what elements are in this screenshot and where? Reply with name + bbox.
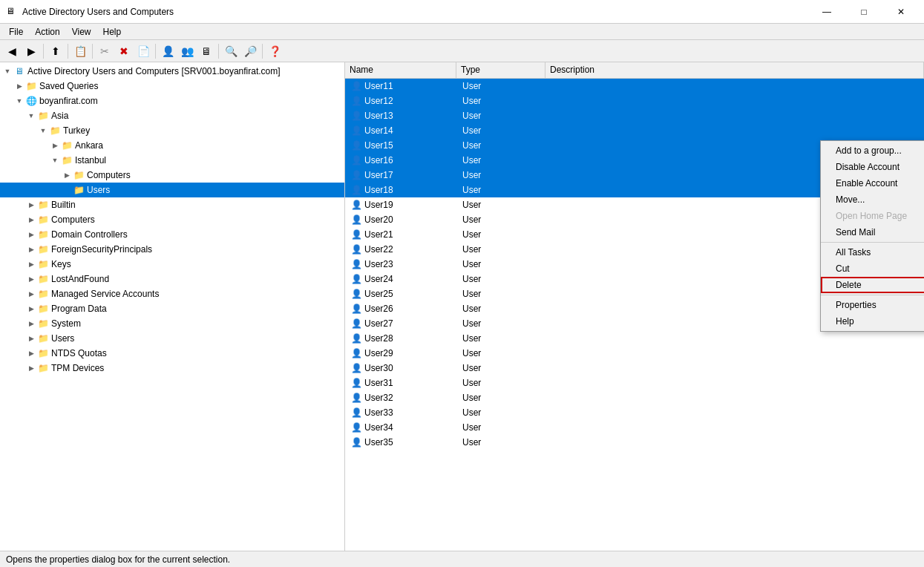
folder-icon-computers2: 📁 <box>37 214 49 226</box>
list-row[interactable]: 👤User33User <box>345 405 924 420</box>
list-row[interactable]: 👤User31User <box>345 376 924 390</box>
title-bar: 🖥 Active Directory Users and Computers —… <box>0 0 924 24</box>
properties-button[interactable]: 📄 <box>134 42 152 60</box>
menu-item-file[interactable]: File <box>3 25 29 39</box>
ctx-item-help[interactable]: Help <box>821 313 924 330</box>
list-row[interactable]: 👤User34User <box>345 420 924 435</box>
expander-laf: ▶ <box>25 273 37 285</box>
toolbar-sep-2 <box>68 44 68 59</box>
tree-item-usersroot[interactable]: ▶ 📁 Users <box>0 331 344 346</box>
list-row[interactable]: 👤User11User <box>345 79 924 94</box>
new-user-button[interactable]: 👤 <box>159 42 177 60</box>
folder-icon-asia: 📁 <box>37 110 49 122</box>
tree-item-boyanfirat[interactable]: ▼ 🌐 boyanfirat.com <box>0 94 344 108</box>
tree-label-laf: LostAndFound <box>51 274 109 284</box>
maximize-button[interactable]: □ <box>847 2 881 22</box>
tree-item-programdata[interactable]: ▶ 📁 Program Data <box>0 301 344 316</box>
main-content: ▼ 🖥 Active Directory Users and Computers… <box>0 62 924 551</box>
show-console-tree-button[interactable]: 📋 <box>71 42 89 60</box>
menu-item-action[interactable]: Action <box>29 25 65 39</box>
up-button[interactable]: ⬆ <box>47 42 65 60</box>
expander-keys: ▶ <box>25 258 37 270</box>
ctx-item-addToGroup[interactable]: Add to a group... <box>821 142 924 159</box>
list-row[interactable]: 👤User12User <box>345 94 924 108</box>
cell-name: 👤User23 <box>347 259 458 269</box>
forward-button[interactable]: ▶ <box>22 42 40 60</box>
back-button[interactable]: ◀ <box>3 42 21 60</box>
find-button[interactable]: 🔎 <box>241 42 259 60</box>
tree-item-asia[interactable]: ▼ 📁 Asia <box>0 108 344 123</box>
ctx-separator <box>821 295 924 295</box>
tree-item-lostandfound[interactable]: ▶ 📁 LostAndFound <box>0 272 344 286</box>
tree-item-keys[interactable]: ▶ 📁 Keys <box>0 257 344 272</box>
ctx-item-cut[interactable]: Cut <box>821 260 924 277</box>
user-icon: 👤 <box>351 318 362 329</box>
expander-istanbul: ▼ <box>49 154 61 166</box>
tree-item-tpmdevices[interactable]: ▶ 📁 TPM Devices <box>0 361 344 376</box>
user-icon: 👤 <box>351 289 362 299</box>
tree-label-keys: Keys <box>51 259 71 269</box>
ctx-item-delete[interactable]: Delete <box>821 277 924 293</box>
user-icon: 👤 <box>351 274 362 284</box>
tree-item-root[interactable]: ▼ 🖥 Active Directory Users and Computers… <box>0 64 344 79</box>
user-icon: 👤 <box>351 229 362 240</box>
ctx-item-move[interactable]: Move... <box>821 191 924 208</box>
list-row[interactable]: 👤User28User <box>345 331 924 346</box>
tree-item-ntds[interactable]: ▶ 📁 NTDS Quotas <box>0 346 344 361</box>
tree-item-savedqueries[interactable]: ▶ 📁 Saved Queries <box>0 79 344 94</box>
close-button[interactable]: ✕ <box>884 2 918 22</box>
tree-item-turkey[interactable]: ▼ 📁 Turkey <box>0 123 344 138</box>
tree-item-istanbul[interactable]: ▼ 📁 Istanbul <box>0 153 344 168</box>
new-group-button[interactable]: 👥 <box>178 42 196 60</box>
list-row[interactable]: 👤User30User <box>345 361 924 376</box>
tree-label-root: Active Directory Users and Computers [SR… <box>27 66 281 76</box>
user-icon: 👤 <box>351 422 362 433</box>
user-icon: 👤 <box>351 407 362 418</box>
list-row[interactable]: 👤User32User <box>345 390 924 405</box>
folder-icon: 📁 <box>25 80 37 92</box>
list-row[interactable]: 👤User29User <box>345 346 924 361</box>
list-row[interactable]: 👤User14User <box>345 123 924 138</box>
ctx-item-enableAccount[interactable]: Enable Account <box>821 175 924 191</box>
filter-button[interactable]: 🔍 <box>222 42 240 60</box>
cell-name: 👤User32 <box>347 393 458 403</box>
cell-name: 👤User27 <box>347 318 458 329</box>
ctx-item-allTasks[interactable]: All Tasks▶ <box>821 244 924 260</box>
cell-name: 👤User14 <box>347 125 458 136</box>
cell-type: User <box>458 318 547 329</box>
cell-name: 👤User13 <box>347 111 458 121</box>
tree-item-builtin[interactable]: ▶ 📁 Builtin <box>0 197 344 212</box>
tree-item-managedservice[interactable]: ▶ 📁 Managed Service Accounts <box>0 286 344 301</box>
col-header-description[interactable]: Description <box>545 62 924 78</box>
new-computer-button[interactable]: 🖥 <box>197 42 215 60</box>
list-row[interactable]: 👤User35User <box>345 435 924 450</box>
col-header-type[interactable]: Type <box>456 62 545 78</box>
ctx-item-properties[interactable]: Properties <box>821 297 924 313</box>
tree-item-foreignsecurity[interactable]: ▶ 📁 ForeignSecurityPrincipals <box>0 242 344 257</box>
cell-type: User <box>458 170 547 180</box>
tree-item-system[interactable]: ▶ 📁 System <box>0 316 344 331</box>
tree-item-users-istanbul[interactable]: 📁 Users <box>0 183 344 197</box>
cut-button[interactable]: ✂ <box>96 42 114 60</box>
minimize-button[interactable]: — <box>810 2 844 22</box>
col-header-name[interactable]: Name <box>345 62 456 78</box>
tree-label-system: System <box>51 318 81 329</box>
cell-type: User <box>458 111 547 121</box>
cell-name: 👤User11 <box>347 81 458 91</box>
ctx-item-disableAccount[interactable]: Disable Account <box>821 159 924 175</box>
user-icon: 👤 <box>351 111 362 121</box>
tree-item-computers-istanbul[interactable]: ▶ 📁 Computers <box>0 168 344 183</box>
tree-item-domaincontrollers[interactable]: ▶ 📁 Domain Controllers <box>0 227 344 242</box>
help-button[interactable]: ❓ <box>266 42 284 60</box>
expander-ntds: ▶ <box>25 347 37 359</box>
menu-item-view[interactable]: View <box>66 25 97 39</box>
ctx-item-sendMail[interactable]: Send Mail <box>821 224 924 240</box>
menu-item-help[interactable]: Help <box>97 25 128 39</box>
tree-item-computers[interactable]: ▶ 📁 Computers <box>0 212 344 227</box>
list-row[interactable]: 👤User13User <box>345 108 924 123</box>
toolbar-sep-1 <box>43 44 44 59</box>
delete-button[interactable]: ✖ <box>115 42 133 60</box>
tree-item-ankara[interactable]: ▶ 📁 Ankara <box>0 138 344 153</box>
cell-type: User <box>458 125 547 136</box>
tree-label-computers: Computers <box>87 170 131 180</box>
